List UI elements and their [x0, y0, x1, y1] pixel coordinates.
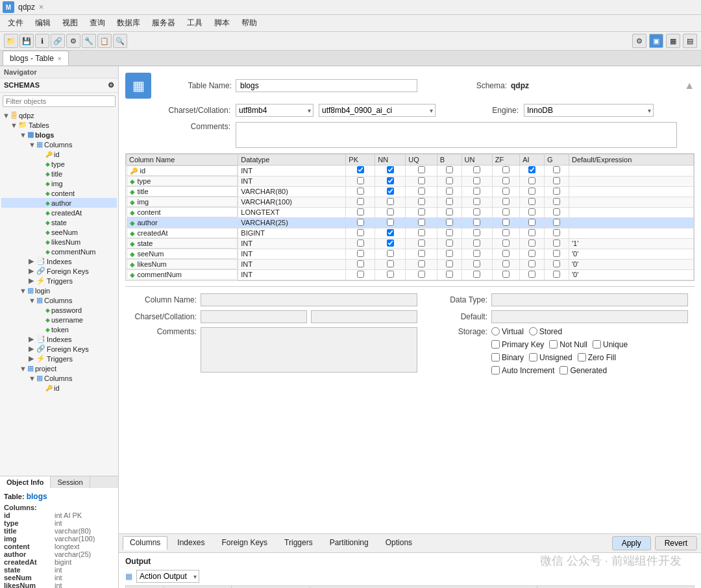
col-un-cell[interactable]	[461, 186, 492, 197]
tree-item-col-password[interactable]: ▸ ◆ password	[1, 305, 117, 315]
col-uq-cell[interactable]	[406, 186, 437, 197]
cb-uq[interactable]	[418, 198, 425, 205]
col-uq-cell[interactable]	[406, 217, 437, 228]
cb-binary-input[interactable]	[491, 353, 500, 361]
table-row[interactable]: ◆ commentNum INT '0'	[127, 269, 694, 280]
cb-g[interactable]	[553, 219, 560, 226]
cb-g[interactable]	[553, 260, 560, 267]
schemas-options-icon[interactable]: ⚙	[108, 81, 114, 90]
apply-button[interactable]: Apply	[612, 536, 651, 550]
tree-item-blogs-indexes[interactable]: ▶ 📑 Indexes	[1, 256, 117, 266]
collapse-icon[interactable]: ▲	[684, 80, 695, 91]
cb-pk[interactable]	[357, 271, 364, 278]
cb-ai[interactable]	[528, 198, 535, 205]
tree-item-login-triggers[interactable]: ▶ ⚡ Triggers	[1, 354, 117, 363]
col-uq-cell[interactable]	[406, 269, 437, 280]
col-b-cell[interactable]	[437, 186, 461, 197]
cb-b[interactable]	[446, 239, 453, 247]
col-nn-cell[interactable]	[375, 186, 406, 197]
cb-g[interactable]	[553, 198, 560, 205]
cb-un[interactable]	[473, 260, 480, 267]
tree-item-col-token[interactable]: ▸ ◆ token	[1, 325, 117, 334]
cb-zf[interactable]	[502, 260, 510, 267]
col-g-cell[interactable]	[545, 186, 569, 197]
cb-g[interactable]	[553, 177, 560, 184]
col-uq-cell[interactable]	[406, 197, 437, 207]
cb-ai[interactable]	[528, 208, 535, 215]
cb-zf[interactable]	[502, 239, 510, 247]
col-b-cell[interactable]	[437, 228, 461, 238]
tree-item-login-indexes[interactable]: ▶ 📑 Indexes	[1, 334, 117, 344]
cb-b[interactable]	[446, 177, 453, 184]
col-ai-cell[interactable]	[520, 238, 545, 249]
cb-un[interactable]	[473, 239, 480, 247]
cb-ai[interactable]	[528, 229, 535, 236]
table-row[interactable]: ◆ title VARCHAR(80)	[127, 186, 694, 197]
col-uq-cell[interactable]	[406, 207, 437, 217]
cb-pk[interactable]	[357, 219, 364, 226]
col-ai-cell[interactable]	[520, 207, 545, 217]
col-g-cell[interactable]	[545, 176, 569, 186]
cb-zero-fill-input[interactable]	[578, 353, 586, 361]
cb-un[interactable]	[473, 219, 480, 226]
table-row[interactable]: ◆ likesNum INT '0'	[127, 259, 694, 269]
tree-item-blogs-triggers[interactable]: ▶ ⚡ Triggers	[1, 276, 117, 286]
cb-zf[interactable]	[502, 229, 510, 236]
col-pk-cell[interactable]	[346, 217, 375, 228]
col-nn-cell[interactable]	[375, 249, 406, 259]
toolbar-btn-8[interactable]: 🔍	[113, 34, 127, 48]
col-zf-cell[interactable]	[492, 186, 520, 197]
col-g-cell[interactable]	[545, 249, 569, 259]
col-nn-cell[interactable]	[375, 197, 406, 207]
tree-item-col-img[interactable]: ▸ ◆ img	[1, 178, 117, 188]
cb-zero-fill[interactable]: Zero Fill	[578, 353, 616, 362]
tree-item-col-username[interactable]: ▸ ◆ username	[1, 315, 117, 325]
table-row[interactable]: ◆ author VARCHAR(25)	[127, 217, 694, 228]
comments-textarea[interactable]	[236, 122, 677, 148]
tree-item-qdpz[interactable]: ▼ 🗄 qdpz	[1, 111, 117, 120]
tree-item-project-columns[interactable]: ▼ ▦ Columns	[1, 373, 117, 383]
detail-collation-input[interactable]	[311, 310, 417, 323]
tree-item-col-createdAt[interactable]: ▸ ◆ createdAt	[1, 208, 117, 217]
tab-blogs-table[interactable]: blogs - Table ×	[3, 51, 69, 66]
col-uq-cell[interactable]	[406, 165, 437, 177]
cb-zf[interactable]	[502, 219, 510, 226]
cb-nn[interactable]	[387, 271, 394, 278]
col-zf-cell[interactable]	[492, 217, 520, 228]
cb-b[interactable]	[446, 219, 453, 226]
cb-zf[interactable]	[502, 198, 510, 205]
col-g-cell[interactable]	[545, 217, 569, 228]
cb-b[interactable]	[446, 198, 453, 205]
cb-primary-key[interactable]: Primary Key	[491, 340, 544, 349]
menu-file[interactable]: 文件	[3, 16, 29, 30]
cb-pk[interactable]	[357, 239, 364, 247]
col-pk-cell[interactable]	[346, 238, 375, 249]
cb-pk[interactable]	[357, 208, 364, 215]
table-row[interactable]: 🔑 id INT	[127, 165, 694, 177]
table-row[interactable]: ◆ seeNum INT '0'	[127, 249, 694, 259]
col-g-cell[interactable]	[545, 228, 569, 238]
col-b-cell[interactable]	[437, 197, 461, 207]
cb-pk[interactable]	[357, 188, 364, 195]
cb-uq[interactable]	[418, 239, 425, 247]
cb-uq[interactable]	[418, 271, 425, 278]
engine-select[interactable]: InnoDB	[524, 104, 654, 117]
tree-item-project[interactable]: ▼ ▦ project	[1, 363, 117, 373]
tree-item-col-title[interactable]: ▸ ◆ title	[1, 169, 117, 178]
search-input[interactable]	[3, 95, 116, 107]
cb-b[interactable]	[446, 229, 453, 236]
tab-triggers[interactable]: Triggers	[277, 536, 320, 550]
tree-item-col-likesNum[interactable]: ▸ ◆ likesNum	[1, 237, 117, 247]
menu-edit[interactable]: 编辑	[30, 16, 56, 30]
cb-b[interactable]	[446, 188, 453, 195]
tree-item-login-columns[interactable]: ▼ ▦ Columns	[1, 295, 117, 305]
col-uq-cell[interactable]	[406, 238, 437, 249]
col-zf-cell[interactable]	[492, 197, 520, 207]
col-pk-cell[interactable]	[346, 269, 375, 280]
cb-ai[interactable]	[528, 271, 535, 278]
cb-b[interactable]	[446, 166, 453, 173]
col-pk-cell[interactable]	[346, 207, 375, 217]
col-uq-cell[interactable]	[406, 176, 437, 186]
cb-b[interactable]	[446, 271, 453, 278]
cb-pk[interactable]	[357, 177, 364, 184]
